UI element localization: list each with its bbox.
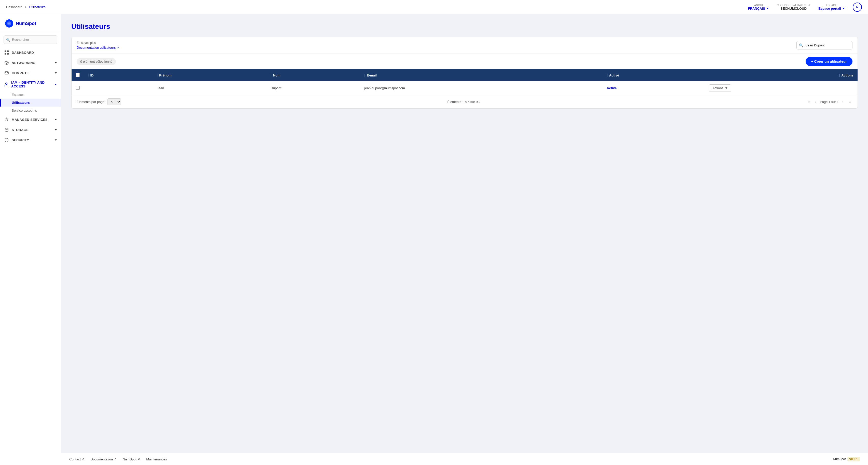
- langue-chevron-icon: [767, 8, 769, 9]
- sidebar-logo: NumSpot: [0, 14, 61, 32]
- region-value: SECNUMCLOUD: [780, 7, 807, 10]
- sidebar-item-iam[interactable]: IAM - IDENTITY AND ACCESS: [0, 78, 61, 91]
- col-id: | ID: [84, 69, 153, 81]
- langue-section: LANGUE FRANÇAIS: [748, 4, 769, 10]
- sidebar-sub-item-utilisateurs[interactable]: Utilisateurs: [0, 99, 61, 107]
- col-prenom: | Prénom: [153, 69, 267, 81]
- top-bar: Dashboard > Utilisateurs LANGUE FRANÇAIS…: [0, 0, 868, 14]
- row-checkbox[interactable]: [75, 86, 80, 90]
- breadcrumb-current: Utilisateurs: [29, 5, 45, 9]
- espace-label: ESPACE: [826, 4, 837, 7]
- sidebar-item-compute[interactable]: COMPUTE: [0, 68, 61, 78]
- logo-icon: [5, 19, 13, 28]
- region-section: CLOUDGOUV-EU-WEST-1 SECNUMCLOUD: [777, 4, 810, 10]
- info-bar: En savoir plus Documentation utilisateur…: [71, 37, 858, 54]
- doc-link[interactable]: Documentation utilisateurs ↗: [77, 46, 119, 50]
- search-wrap: 🔍: [797, 41, 852, 50]
- top-bar-right: LANGUE FRANÇAIS CLOUDGOUV-EU-WEST-1 SECN…: [748, 3, 862, 12]
- managed-icon: [4, 117, 9, 122]
- sidebar-item-label-managed: MANAGED SERVICES: [12, 118, 48, 122]
- first-page-button[interactable]: «: [806, 99, 811, 105]
- users-card: En savoir plus Documentation utilisateur…: [71, 37, 858, 109]
- sidebar-search-bar: 🔍: [4, 35, 57, 44]
- search-icon: 🔍: [799, 43, 803, 48]
- selected-label: 0 élément sélectionné: [77, 58, 116, 65]
- per-page-select[interactable]: 5 10 20 50: [107, 98, 121, 105]
- networking-icon: [4, 60, 9, 65]
- sidebar-item-label-security: SECURITY: [12, 138, 29, 142]
- svg-rect-11: [7, 72, 8, 73]
- sidebar-item-networking[interactable]: NETWORKING: [0, 58, 61, 68]
- user-search-input[interactable]: [797, 41, 852, 50]
- next-page-button[interactable]: ›: [841, 99, 845, 105]
- sidebar-item-label-networking: NETWORKING: [12, 61, 35, 65]
- user-avatar[interactable]: N: [853, 3, 862, 12]
- col-checkbox: [71, 69, 84, 81]
- compute-chevron-icon: [55, 72, 57, 74]
- col-active: | Activé: [602, 69, 705, 81]
- per-page-section: Éléments par page: 5 10 20 50: [77, 98, 121, 105]
- page-label: Page 1 sur 1: [820, 100, 839, 104]
- version-badge: v0.0.1: [847, 457, 860, 461]
- row-actions-button[interactable]: Actions: [709, 84, 732, 92]
- sidebar-search-icon: 🔍: [6, 38, 10, 41]
- search-input[interactable]: [4, 35, 57, 44]
- iam-chevron-up-icon: [55, 84, 57, 85]
- dashboard-icon: [4, 50, 9, 55]
- sidebar-item-dashboard[interactable]: DASHBOARD: [0, 48, 61, 58]
- iam-icon: [4, 82, 9, 87]
- prev-page-button[interactable]: ‹: [813, 99, 818, 105]
- toolbar: 0 élément sélectionné + Créer un utilisa…: [71, 54, 858, 69]
- footer-link-maintenances[interactable]: Maintenances: [146, 457, 167, 461]
- sidebar-item-storage[interactable]: STORAGE: [0, 125, 61, 135]
- sidebar-item-label-storage: STORAGE: [12, 128, 29, 132]
- langue-selector[interactable]: FRANÇAIS: [748, 7, 769, 10]
- svg-rect-2: [7, 51, 9, 52]
- footer-link-numspot[interactable]: NumSpot ↗: [123, 457, 140, 461]
- actions-chevron-icon: [725, 87, 727, 89]
- sidebar-sub-item-espaces[interactable]: Espaces: [0, 91, 61, 99]
- col-actions: | Actions: [705, 69, 858, 81]
- external-link-icon: ↗: [117, 46, 119, 49]
- table-row: Jean Dupont jean.dupont@numspot.com Acti…: [71, 81, 858, 95]
- cell-active: Activé: [602, 81, 705, 95]
- footer-link-documentation[interactable]: Documentation ↗: [90, 457, 116, 461]
- col-email: | E-mail: [361, 69, 603, 81]
- logo-text: NumSpot: [16, 21, 36, 26]
- espace-section: ESPACE Espace portail: [818, 4, 844, 10]
- security-chevron-icon: [55, 140, 57, 141]
- compute-icon: [4, 70, 9, 76]
- sidebar-sub-item-service-accounts[interactable]: Service accounts: [0, 107, 61, 114]
- langue-label: LANGUE: [753, 4, 764, 7]
- svg-point-6: [6, 62, 7, 63]
- sidebar-item-security[interactable]: SECURITY: [0, 135, 61, 145]
- pagination-bar: Éléments par page: 5 10 20 50 Éléments 1…: [71, 95, 858, 108]
- users-table: | ID | Prénom: [71, 69, 858, 95]
- breadcrumb: Dashboard > Utilisateurs: [6, 5, 45, 9]
- col-nom: | Nom: [267, 69, 361, 81]
- breadcrumb-root[interactable]: Dashboard: [6, 5, 23, 9]
- cell-prenom: Jean: [153, 81, 267, 95]
- security-icon: [4, 138, 9, 143]
- create-user-button[interactable]: + Créer un utilisateur: [806, 57, 852, 66]
- storage-icon: [4, 127, 9, 132]
- table-header-row: | ID | Prénom: [71, 69, 858, 81]
- breadcrumb-sep: >: [25, 5, 27, 9]
- pagination-controls: « ‹ Page 1 sur 1 › »: [806, 99, 852, 105]
- footer-link-contact[interactable]: Contact ↗: [69, 457, 84, 461]
- espace-chevron-icon: [842, 8, 844, 9]
- sidebar-item-label-iam: IAM - IDENTITY AND ACCESS: [11, 81, 55, 88]
- footer: Contact ↗ Documentation ↗ NumSpot ↗ Main…: [61, 453, 868, 465]
- page-title: Utilisateurs: [71, 23, 858, 31]
- cell-actions: Actions: [705, 81, 858, 95]
- sidebar-item-label-dashboard: DASHBOARD: [12, 51, 34, 55]
- cell-email: jean.dupont@numspot.com: [361, 81, 603, 95]
- pagination-info: Éléments 1 à 5 sur 93: [447, 100, 479, 104]
- cell-id: [84, 81, 153, 95]
- svg-rect-10: [5, 72, 6, 73]
- espace-selector[interactable]: Espace portail: [818, 7, 844, 10]
- select-all-checkbox[interactable]: [75, 73, 80, 77]
- last-page-button[interactable]: »: [847, 99, 852, 105]
- cell-nom: Dupont: [267, 81, 361, 95]
- sidebar-item-managed-services[interactable]: MANAGED SERVICES: [0, 114, 61, 125]
